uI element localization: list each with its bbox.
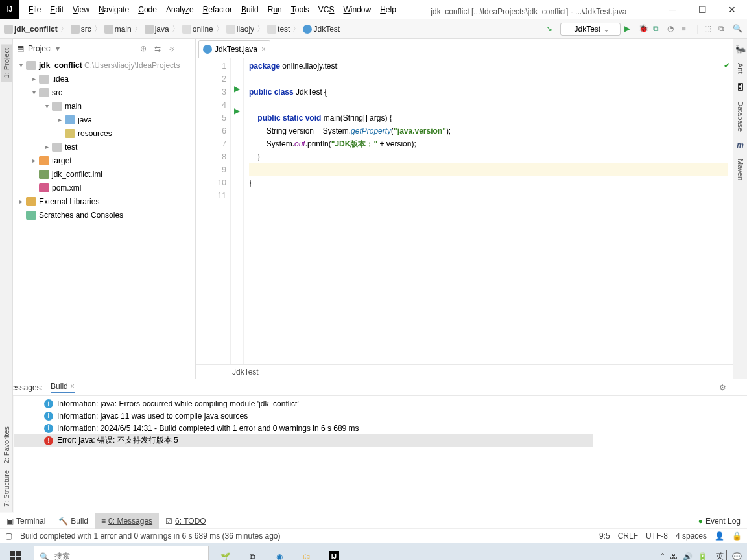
task-view-icon[interactable]: ⧉ bbox=[239, 543, 266, 561]
close-button[interactable]: ✕ bbox=[717, 0, 747, 19]
ant-tab[interactable]: Ant bbox=[735, 60, 746, 76]
stop-icon[interactable]: ■ bbox=[682, 24, 692, 34]
tree-target[interactable]: target bbox=[52, 156, 72, 165]
tray-volume-icon[interactable]: 🔊 bbox=[683, 552, 693, 561]
collapse-icon[interactable]: ☼ bbox=[167, 43, 177, 54]
locate-icon[interactable]: ⊕ bbox=[138, 43, 148, 54]
project-panel-title[interactable]: Project bbox=[28, 44, 52, 53]
project-toolwindow-tab[interactable]: 1: Project bbox=[1, 44, 12, 82]
run-line-icon[interactable]: ▶ bbox=[231, 84, 243, 93]
run-line-icon[interactable]: ▶ bbox=[231, 106, 243, 115]
build-button[interactable]: 🔨Build bbox=[52, 513, 95, 529]
ime-indicator[interactable]: 英 bbox=[713, 550, 727, 560]
database-tab[interactable]: Database bbox=[735, 99, 746, 134]
tray-battery-icon[interactable]: 🔋 bbox=[698, 552, 707, 561]
terminal-button[interactable]: ▣Terminal bbox=[0, 513, 52, 529]
event-log-button[interactable]: ●Event Log bbox=[692, 513, 747, 529]
run-config-combo[interactable]: JdkTest ⌄ bbox=[560, 23, 620, 36]
crumb-main[interactable]: main bbox=[115, 25, 132, 34]
project-tree[interactable]: ▾jdk_conflict C:\Users\liaojy\IdeaProjec… bbox=[13, 58, 195, 379]
menu-analyze[interactable]: Analyze bbox=[162, 3, 198, 17]
favorites-tab[interactable]: 2: Favorites bbox=[3, 426, 10, 463]
menu-tools[interactable]: Tools bbox=[287, 3, 313, 17]
taskbar-search[interactable]: 🔍搜索 bbox=[34, 546, 209, 561]
menu-vcs[interactable]: VCS bbox=[314, 3, 338, 17]
messages-button[interactable]: ≡0: Messages bbox=[95, 513, 159, 529]
build-icon[interactable]: ↘ bbox=[546, 24, 556, 34]
tree-iml[interactable]: jdk_conflict.iml bbox=[52, 170, 102, 179]
start-button[interactable] bbox=[0, 543, 31, 561]
git-icon[interactable]: ⬚ bbox=[704, 24, 715, 34]
file-encoding[interactable]: UTF-8 bbox=[646, 531, 668, 541]
messages-list[interactable]: iInformation: java: Errors occurred whil… bbox=[14, 396, 593, 513]
database-icon[interactable]: 🗄 bbox=[737, 83, 744, 92]
edge-icon[interactable]: ◉ bbox=[266, 543, 293, 561]
indent-setting[interactable]: 4 spaces bbox=[676, 531, 707, 541]
menu-view[interactable]: View bbox=[69, 3, 93, 17]
crumb-java[interactable]: java bbox=[155, 25, 169, 34]
gear-icon[interactable]: ⚙ bbox=[719, 383, 726, 392]
menu-window[interactable]: Window bbox=[339, 3, 375, 17]
crumb-liaojy[interactable]: liaojy bbox=[237, 25, 254, 34]
menu-file[interactable]: File bbox=[25, 3, 45, 17]
editor-breadcrumb[interactable]: JdkTest bbox=[196, 364, 733, 379]
tree-resources[interactable]: resources bbox=[78, 129, 112, 138]
expand-icon[interactable]: ⇆ bbox=[152, 43, 163, 54]
message-item[interactable]: iInformation: 2024/6/5 14:31 - Build com… bbox=[14, 422, 593, 434]
maven-icon[interactable]: m bbox=[737, 141, 744, 150]
message-item[interactable]: iInformation: java: Errors occurred whil… bbox=[14, 397, 593, 410]
message-item-error[interactable]: !Error: java: 错误: 不支持发行版本 5 bbox=[14, 434, 593, 447]
profile-icon[interactable]: ◔ bbox=[667, 24, 678, 34]
line-separator[interactable]: CRLF bbox=[618, 531, 638, 541]
crumb-src[interactable]: src bbox=[81, 25, 91, 34]
crumb-online[interactable]: online bbox=[193, 25, 213, 34]
code-editor[interactable]: 1234567891011 ▶ ▶ package online.liaojy.… bbox=[196, 58, 733, 364]
caret-position[interactable]: 9:5 bbox=[599, 531, 610, 541]
close-tab-icon[interactable]: × bbox=[70, 382, 75, 391]
tree-root[interactable]: jdk_conflict bbox=[39, 61, 82, 70]
crumb-test[interactable]: test bbox=[278, 25, 290, 34]
search-everywhere-icon[interactable]: ⧉ bbox=[718, 24, 729, 34]
tree-main[interactable]: main bbox=[65, 102, 82, 111]
explorer-icon[interactable]: 🗂 bbox=[293, 543, 320, 561]
inspection-ok-icon[interactable]: ✔ bbox=[724, 61, 730, 70]
menu-build[interactable]: Build bbox=[237, 3, 263, 17]
system-tray[interactable]: ˄ 🖧 🔊 🔋 英 💬 bbox=[661, 550, 747, 560]
menu-code[interactable]: Code bbox=[134, 3, 161, 17]
lock-icon[interactable]: 🔒 bbox=[732, 531, 742, 541]
tree-test[interactable]: test bbox=[65, 143, 77, 152]
inspections-icon[interactable]: 👤 bbox=[715, 531, 724, 541]
ant-icon[interactable]: 🐜 bbox=[735, 44, 746, 54]
todo-button[interactable]: ☑6: TODO bbox=[159, 513, 213, 529]
tree-external[interactable]: External Libraries bbox=[39, 197, 99, 206]
tree-java[interactable]: java bbox=[78, 115, 92, 124]
tree-scratches[interactable]: Scratches and Consoles bbox=[39, 211, 123, 220]
hide-panel-icon[interactable]: — bbox=[734, 383, 742, 392]
minimize-button[interactable]: ─ bbox=[658, 0, 687, 19]
debug-icon[interactable]: 🐞 bbox=[639, 24, 649, 34]
menu-edit[interactable]: Edit bbox=[46, 3, 67, 17]
tree-pom[interactable]: pom.xml bbox=[52, 183, 81, 192]
message-item[interactable]: iInformation: javac 11 was used to compi… bbox=[14, 410, 593, 422]
maven-tab[interactable]: Maven bbox=[735, 156, 746, 183]
tray-network-icon[interactable]: 🖧 bbox=[670, 552, 678, 561]
crumb-class[interactable]: JdkTest bbox=[313, 25, 340, 34]
code-body[interactable]: package online.liaojy.test; public class… bbox=[244, 58, 733, 364]
menu-navigate[interactable]: Navigate bbox=[95, 3, 133, 17]
search-icon[interactable]: 🔍 bbox=[733, 24, 743, 34]
coverage-icon[interactable]: ⧉ bbox=[653, 24, 663, 34]
tree-src[interactable]: src bbox=[52, 88, 62, 97]
menu-help[interactable]: Help bbox=[376, 3, 400, 17]
structure-tab[interactable]: 7: Structure bbox=[3, 470, 10, 507]
plant-icon[interactable]: 🌱 bbox=[211, 543, 239, 561]
run-gutter[interactable]: ▶ ▶ bbox=[231, 58, 244, 364]
crumb-project[interactable]: jdk_conflict bbox=[14, 25, 58, 34]
hide-icon[interactable]: — bbox=[181, 43, 191, 54]
run-icon[interactable]: ▶ bbox=[624, 24, 635, 34]
intellij-taskbar-icon[interactable]: IJ bbox=[320, 543, 348, 561]
maximize-button[interactable]: ☐ bbox=[687, 0, 717, 19]
menu-refactor[interactable]: Refactor bbox=[199, 3, 236, 17]
close-tab-icon[interactable]: × bbox=[261, 45, 266, 54]
editor-tab[interactable]: JdkTest.java × bbox=[198, 40, 270, 58]
menu-run[interactable]: Run bbox=[264, 3, 286, 17]
